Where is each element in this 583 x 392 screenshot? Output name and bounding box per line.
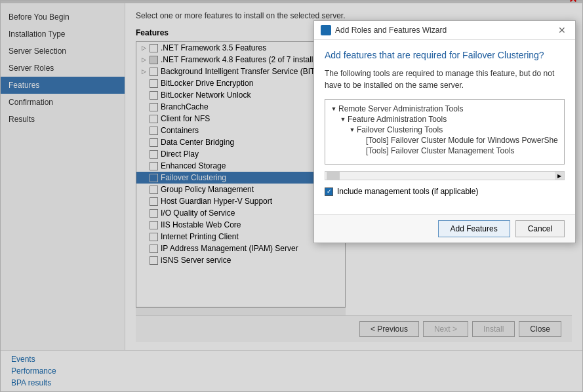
scroll-right-icon[interactable]: ▶ (555, 172, 564, 180)
add-features-button[interactable]: Add Features (438, 220, 510, 237)
tree-item-fat: ▼ Feature Administration Tools (329, 114, 560, 125)
dialog-heading: Add features that are required for Failo… (325, 49, 565, 61)
include-management-label: Include management tools (if applicable) (337, 187, 478, 196)
tree-label: Feature Administration Tools (348, 115, 447, 124)
dialog-cancel-button[interactable]: Cancel (515, 220, 565, 237)
tree-label: [Tools] Failover Cluster Management Tool… (366, 146, 515, 155)
tree-item-rsat: ▼ Remote Server Administration Tools (329, 104, 560, 114)
dialog-overlay: Add Roles and Features Wizard ✕ Add feat… (1, 1, 582, 391)
dialog-title-text: Add Roles and Features Wizard (335, 26, 555, 35)
dialog-title-bar: Add Roles and Features Wizard ✕ (314, 21, 575, 40)
tree-item-fct: ▼ Failover Clustering Tools (329, 125, 560, 135)
tree-item-fct-mgmt: ▷ [Tools] Failover Cluster Management To… (329, 146, 560, 156)
tree-item-fct-ps: ▷ [Tools] Failover Cluster Module for Wi… (329, 135, 560, 146)
tree-arrow-icon: ▼ (338, 116, 348, 123)
dialog-footer: Add Features Cancel (314, 214, 575, 243)
dialog-description: The following tools are required to mana… (325, 68, 565, 91)
dialog-tree-scrollbar[interactable]: ▶ (325, 171, 565, 180)
add-features-dialog: Add Roles and Features Wizard ✕ Add feat… (313, 20, 576, 243)
dialog-feature-tree: ▼ Remote Server Administration Tools ▼ F… (325, 99, 565, 165)
dialog-close-button[interactable]: ✕ (555, 25, 569, 35)
include-management-tools-row: ✓ Include management tools (if applicabl… (325, 187, 565, 196)
tree-label: [Tools] Failover Cluster Module for Wind… (366, 136, 558, 145)
tree-label: Failover Clustering Tools (357, 125, 443, 134)
dialog-title-icon (321, 25, 331, 35)
scrollbar-thumb (327, 172, 340, 180)
tree-arrow-icon: ▼ (329, 106, 338, 112)
tree-label: Remote Server Administration Tools (338, 104, 464, 113)
dialog-content: Add features that are required for Failo… (314, 40, 575, 214)
main-window: ✕ Before You Begin Installation Type Ser… (0, 0, 583, 392)
include-management-checkbox[interactable]: ✓ (325, 187, 333, 196)
tree-arrow-icon: ▼ (348, 127, 357, 133)
